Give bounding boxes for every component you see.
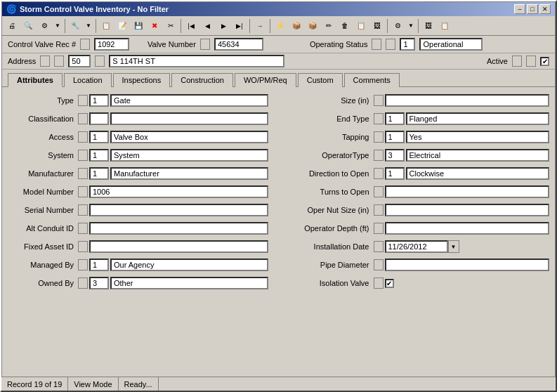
ctrl-valve-indicator bbox=[80, 39, 90, 50]
classification-code[interactable] bbox=[89, 112, 109, 125]
toolbar-box2[interactable]: 📦 bbox=[305, 18, 320, 34]
toolbar-arrow[interactable]: → bbox=[252, 18, 268, 34]
toolbar-img2[interactable]: 🖼 bbox=[421, 18, 436, 34]
tab-wo-pm-req[interactable]: WO/PM/Req bbox=[235, 73, 296, 87]
toolbar-nav-first[interactable]: |◀ bbox=[183, 18, 199, 34]
fixed-asset-indicator bbox=[78, 241, 88, 252]
system-desc[interactable] bbox=[110, 149, 268, 162]
tab-construction[interactable]: Construction bbox=[171, 73, 233, 87]
end-type-code[interactable] bbox=[385, 112, 405, 125]
direction-code[interactable] bbox=[385, 167, 405, 180]
operating-status-label: Operating Status bbox=[310, 40, 368, 48]
valve-number-input[interactable] bbox=[214, 38, 263, 51]
manufacturer-desc[interactable] bbox=[110, 167, 268, 180]
op-depth-label: Operator Depth (ft) bbox=[289, 224, 374, 233]
turns-label: Turns to Open bbox=[289, 188, 374, 196]
oper-nut-input[interactable] bbox=[385, 204, 550, 216]
minimize-button[interactable]: – bbox=[514, 4, 525, 14]
pipe-diameter-input[interactable] bbox=[385, 259, 550, 271]
toolbar-nav-next[interactable]: ▶ bbox=[216, 18, 231, 34]
toolbar-report[interactable]: 📋 bbox=[437, 18, 452, 34]
op-depth-input[interactable] bbox=[385, 222, 550, 235]
tab-comments[interactable]: Comments bbox=[344, 73, 400, 87]
toolbar-settings[interactable]: ⚙ bbox=[37, 18, 52, 34]
managed-by-code[interactable] bbox=[89, 259, 109, 271]
toolbar-cut[interactable]: ✂ bbox=[163, 18, 178, 34]
tab-location[interactable]: Location bbox=[64, 73, 112, 87]
tapping-desc[interactable] bbox=[406, 131, 550, 143]
isolation-valve-checkbox[interactable]: ✔ bbox=[385, 279, 394, 288]
oper-nut-label: Oper Nut Size (in) bbox=[289, 206, 374, 214]
toolbar-save[interactable]: 💾 bbox=[131, 18, 146, 34]
manufacturer-row: Manufacturer bbox=[8, 166, 268, 181]
toolbar-clip[interactable]: 📋 bbox=[353, 18, 369, 34]
operator-type-desc[interactable] bbox=[406, 149, 550, 162]
address-street-input[interactable] bbox=[109, 55, 284, 67]
tab-custom[interactable]: Custom bbox=[298, 73, 343, 87]
toolbar-edit[interactable]: 📝 bbox=[114, 18, 130, 34]
serial-number-label: Serial Number bbox=[8, 206, 78, 214]
system-code[interactable] bbox=[89, 149, 109, 162]
toolbar-tools-dropdown[interactable]: ▼ bbox=[84, 18, 93, 34]
end-type-label: End Type bbox=[289, 115, 374, 123]
ctrl-valve-rec-input[interactable] bbox=[94, 38, 129, 51]
tabs-bar: Attributes Location Inspections Construc… bbox=[2, 70, 555, 87]
type-row: Type bbox=[8, 93, 268, 108]
end-type-desc[interactable] bbox=[406, 112, 550, 125]
type-desc[interactable] bbox=[110, 94, 268, 107]
toolbar-nav-prev[interactable]: ◀ bbox=[199, 18, 215, 34]
toolbar-config-dropdown[interactable]: ▼ bbox=[406, 18, 416, 34]
close-button[interactable]: ✕ bbox=[539, 4, 551, 14]
active-checkbox[interactable]: ✔ bbox=[540, 57, 549, 66]
toolbar-pen[interactable]: ✏ bbox=[321, 18, 336, 34]
alt-conduit-label: Alt Conduit ID bbox=[8, 224, 78, 233]
fixed-asset-input[interactable] bbox=[89, 240, 268, 253]
tab-inspections[interactable]: Inspections bbox=[113, 73, 171, 87]
toolbar-delete[interactable]: 🗑 bbox=[337, 18, 353, 34]
toolbar-layers[interactable]: 📋 bbox=[98, 18, 114, 34]
type-code[interactable] bbox=[89, 94, 109, 107]
ready-status: Ready... bbox=[119, 377, 159, 391]
size-input[interactable] bbox=[385, 94, 550, 107]
manufacturer-code[interactable] bbox=[89, 167, 109, 180]
toolbar-print[interactable]: 🖨 bbox=[4, 18, 20, 34]
window-title: Storm Control Valve Inventory - No Filte… bbox=[20, 5, 169, 13]
toolbar-tools[interactable]: 🔧 bbox=[67, 18, 83, 34]
toolbar-config[interactable]: ⚙ bbox=[390, 18, 405, 34]
alt-conduit-input[interactable] bbox=[89, 222, 268, 235]
owned-by-label: Owned By bbox=[8, 279, 78, 287]
toolbar-nav-last[interactable]: ▶| bbox=[232, 18, 247, 34]
end-type-row: End Type bbox=[289, 111, 550, 126]
maximize-button[interactable]: □ bbox=[527, 4, 538, 14]
toolbar-cancel[interactable]: ✖ bbox=[147, 18, 162, 34]
toolbar-lightning[interactable]: ⚡ bbox=[273, 18, 288, 34]
tapping-code[interactable] bbox=[385, 131, 405, 143]
classification-desc[interactable] bbox=[110, 112, 268, 125]
install-date-input[interactable] bbox=[385, 240, 448, 253]
owned-by-code[interactable] bbox=[89, 277, 109, 289]
toolbar-box1[interactable]: 📦 bbox=[289, 18, 304, 34]
toolbar-filter-dropdown[interactable]: ▼ bbox=[53, 18, 63, 34]
managed-by-desc[interactable] bbox=[110, 259, 268, 271]
operator-type-code[interactable] bbox=[385, 149, 405, 162]
pipe-diameter-indicator bbox=[374, 259, 384, 270]
serial-number-indicator bbox=[78, 204, 88, 216]
model-number-row: Model Number bbox=[8, 184, 268, 200]
op-status-code[interactable] bbox=[400, 38, 415, 51]
access-desc[interactable] bbox=[110, 131, 268, 143]
size-indicator bbox=[374, 95, 384, 106]
address-num-input[interactable] bbox=[68, 55, 91, 67]
toolbar-search[interactable]: 🔍 bbox=[20, 18, 36, 34]
size-label: Size (in) bbox=[289, 96, 374, 105]
date-picker-button[interactable]: ▼ bbox=[448, 240, 459, 253]
tab-attributes[interactable]: Attributes bbox=[8, 73, 63, 87]
toolbar-img[interactable]: 🖼 bbox=[369, 18, 385, 34]
op-status-desc[interactable] bbox=[419, 38, 483, 51]
access-code[interactable] bbox=[89, 131, 109, 143]
view-mode-status: View Mode bbox=[68, 377, 118, 391]
owned-by-desc[interactable] bbox=[110, 277, 268, 289]
serial-number-input[interactable] bbox=[89, 204, 268, 216]
model-number-input[interactable] bbox=[89, 185, 268, 198]
turns-input[interactable] bbox=[385, 185, 550, 198]
direction-desc[interactable] bbox=[406, 167, 550, 180]
